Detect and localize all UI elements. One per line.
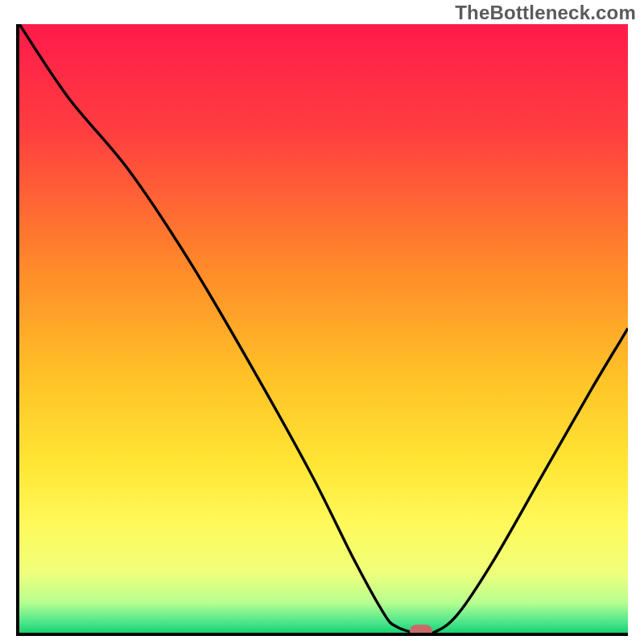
curve-path [19,24,628,633]
optimal-marker [410,625,432,636]
bottleneck-curve [19,24,628,633]
chart-frame: TheBottleneck.com [0,0,644,644]
plot-area [16,24,628,636]
watermark-text: TheBottleneck.com [455,2,636,24]
